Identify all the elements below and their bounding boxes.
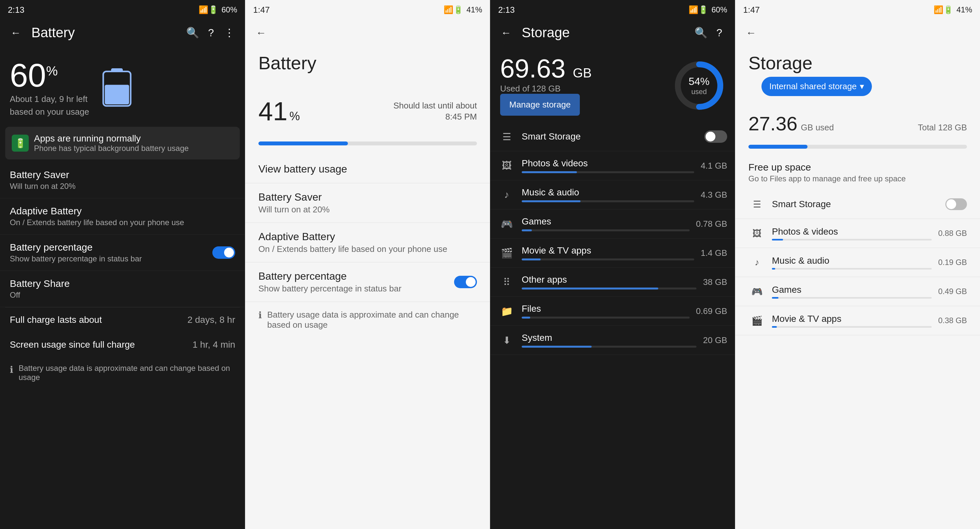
status-right-p3: 📶🔋 60% [689,5,727,14]
status-card-subtitle-p1: Phone has typical background battery usa… [34,144,189,153]
battery-last-until-p2: Should last until about 8:45 PM [393,100,477,123]
photos-item-p3[interactable]: 🖼 Photos & videos 4.1 GB [490,151,735,180]
back-button-p4[interactable]: ← [742,24,760,42]
movie-icon-p3: 🎬 [498,244,515,261]
chip-label: Internal shared storage [769,81,856,91]
battery-percentage-item[interactable]: Battery percentage Show battery percenta… [0,234,245,271]
system-item-p3[interactable]: ⬇ System 20 GB [490,326,735,355]
full-charge-label: Full charge lasts about [10,315,102,325]
adaptive-battery-item[interactable]: Adaptive Battery On / Extends battery li… [0,198,245,234]
photos-info-p3: Photos & videos [522,158,694,173]
battery-info-p1: 60% About 1 day, 9 hr left based on your… [10,59,89,117]
help-button-p3[interactable]: ? [710,24,729,42]
battery-row-p2: 41% Should last until about 8:45 PM [258,96,477,126]
status-battery-p1: 60% [221,5,237,14]
smart-storage-toggle-p3[interactable] [704,131,727,143]
music-item-p4[interactable]: ♪ Music & audio 0.19 GB [735,248,980,277]
battery-saver-item[interactable]: Battery Saver Will turn on at 20% [0,162,245,198]
system-bar-fill-p3 [522,346,592,348]
games-item-p4[interactable]: 🎮 Games 0.49 GB [735,277,980,306]
games-item-p3[interactable]: 🎮 Games 0.78 GB [490,209,735,239]
photos-item-p4[interactable]: 🖼 Photos & videos 0.88 GB [735,219,980,248]
full-charge-row: Full charge lasts about 2 days, 8 hr [0,308,245,332]
music-item-p3[interactable]: ♪ Music & audio 4.3 GB [490,180,735,209]
music-icon-p4: ♪ [748,254,765,271]
back-button-p3[interactable]: ← [497,24,515,42]
smart-storage-icon-p3: ☰ [498,128,515,145]
page-title-p1: Battery [31,25,184,40]
footer-note-p1: ℹ Battery usage data is approximate and … [0,357,245,389]
movie-item-p4[interactable]: 🎬 Movie & TV apps 0.38 GB [735,306,980,335]
free-up-subtitle: Go to Files app to manage and free up sp… [748,174,967,183]
adaptive-battery-item-l[interactable]: Adaptive Battery On / Extends battery li… [245,223,490,262]
photos-bar-fill-p4 [772,239,783,241]
status-time-p2: 1:47 [253,5,270,15]
movie-bar-fill-p3 [522,258,541,260]
smart-storage-item-p3[interactable]: ☰ Smart Storage [490,122,735,151]
toggle-thumb-l [466,277,476,287]
battery-hero-p1: 60% About 1 day, 9 hr left based on your… [0,46,245,127]
search-button-p3[interactable]: 🔍 [692,24,710,42]
battery-hero-p2: 41% Should last until about 8:45 PM [245,77,490,142]
games-info-p4: Games [772,285,932,299]
other-apps-size-p3: 38 GB [703,277,727,287]
system-info-p3: System [522,333,697,348]
info-icon-p1: ℹ [10,364,13,375]
chip-container: Internal shared storage ▾ [735,77,980,106]
movie-bar-p3 [522,258,694,260]
status-card-p1[interactable]: 🔋 Apps are running normally Phone has ty… [5,127,240,159]
photos-size-p4: 0.88 GB [938,229,967,238]
toolbar-p4: ← [735,20,980,46]
smart-storage-icon-p4: ☰ [748,196,765,213]
storage-used-p3: 69.63 GB [500,56,592,82]
free-up-title: Free up space [748,162,967,173]
storage-progress-fill-p4 [748,145,808,149]
photos-info-p4: Photos & videos [772,226,932,241]
battery-percentage-item-l[interactable]: Battery percentage Show battery percenta… [245,262,490,302]
toggle-thumb [224,248,234,258]
battery-saver-item-l[interactable]: Battery Saver Will turn on at 20% [245,183,490,223]
view-battery-usage-item[interactable]: View battery usage [245,155,490,183]
other-apps-bar-p3 [522,288,697,290]
movie-icon-p4: 🎬 [748,312,765,329]
photos-bar-p4 [772,239,932,241]
battery-subtitle2-p1: based on your usage [10,107,89,117]
storage-used-light-p4: 27.36 GB used Total 128 GB [735,106,980,142]
battery-percent-p1: 60% [10,59,89,91]
smart-storage-toggle-p4[interactable] [945,198,967,210]
status-bar-p3: 2:13 📶🔋 60% [490,0,735,20]
music-info-p4: Music & audio [772,255,932,269]
search-button-p1[interactable]: 🔍 [184,24,202,42]
progress-fill-p2 [258,142,348,145]
storage-chip-p4[interactable]: Internal shared storage ▾ [762,77,872,96]
music-bar-p4 [772,268,932,269]
battery-share-item[interactable]: Battery Share Off [0,271,245,307]
smart-storage-item-p4[interactable]: ☰ Smart Storage [735,190,980,219]
battery-percentage-toggle-l[interactable] [454,276,477,288]
other-apps-bar-fill-p3 [522,288,658,290]
smart-storage-info-p3: Smart Storage [522,131,698,142]
panel-storage-light: 1:47 📶🔋 41% ← Storage Internal shared st… [735,0,980,529]
battery-pct-text-l: Battery percentage Show battery percenta… [258,270,401,294]
screen-usage-row: Screen usage since full charge 1 hr, 4 m… [0,332,245,357]
photos-icon-p3: 🖼 [498,157,515,174]
back-button-p1[interactable]: ← [6,24,25,42]
battery-pct-p2: 41% [258,96,300,126]
content-p4: Storage Internal shared storage ▾ 27.36 … [735,46,980,529]
files-size-p3: 0.69 GB [696,306,727,316]
files-item-p3[interactable]: 📁 Files 0.69 GB [490,297,735,326]
back-button-p2[interactable]: ← [252,24,270,42]
panel-battery-light: 1:47 📶🔋 41% ← Battery 41% Should last un… [245,0,490,529]
footer-note-p2: ℹ Battery usage data is approximate and … [245,302,490,338]
games-bar-p3 [522,229,690,231]
status-icons-p2: 📶🔋 [444,5,463,14]
battery-percentage-toggle[interactable] [212,246,235,259]
help-button-p1[interactable]: ? [202,24,220,42]
more-button-p1[interactable]: ⋮ [220,24,239,42]
donut-label-p3: 54% used [689,75,710,96]
movie-item-p3[interactable]: 🎬 Movie & TV apps 1.4 GB [490,239,735,268]
status-right-p2: 📶🔋 41% [444,5,482,14]
status-right-p4: 📶🔋 41% [934,5,972,14]
manage-storage-btn[interactable]: Manage storage [500,94,580,116]
other-apps-item-p3[interactable]: ⠿ Other apps 38 GB [490,268,735,297]
